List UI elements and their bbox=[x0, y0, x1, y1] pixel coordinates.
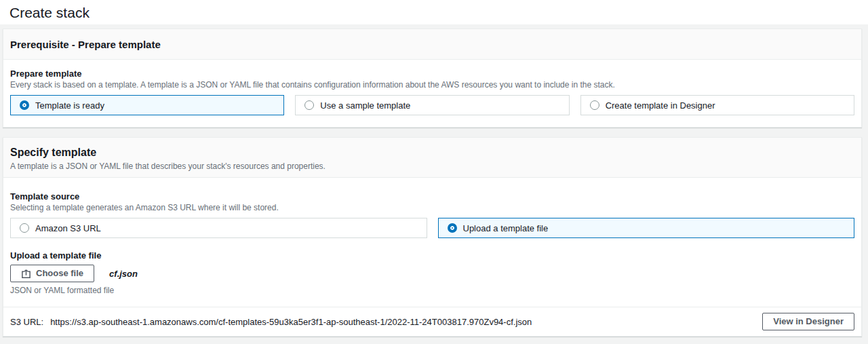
prerequisite-section-title: Prerequisite - Prepare template bbox=[10, 39, 854, 50]
option-amazon-s3-url[interactable]: Amazon S3 URL bbox=[10, 218, 427, 238]
radio-button-icon[interactable] bbox=[20, 223, 29, 233]
s3-url-row: S3 URL: https://s3.ap-southeast-1.amazon… bbox=[3, 307, 861, 336]
choose-file-label: Choose file bbox=[36, 268, 83, 279]
page-header: Create stack bbox=[0, 0, 868, 24]
radio-button-icon[interactable] bbox=[590, 100, 599, 110]
upload-template-file-label: Upload a template file bbox=[10, 250, 854, 261]
specify-template-title: Specify template bbox=[10, 147, 854, 159]
option-label: Use a sample template bbox=[320, 100, 410, 111]
upload-format-hint: JSON or YAML formatted file bbox=[10, 286, 854, 295]
specify-template-description: A template is a JSON or YAML file that d… bbox=[10, 161, 854, 171]
radio-button-icon[interactable] bbox=[448, 223, 457, 233]
template-source-options: Amazon S3 URL Upload a template file bbox=[10, 218, 854, 238]
specify-template-body: Template source Selecting a template gen… bbox=[3, 178, 861, 295]
option-label: Upload a template file bbox=[463, 223, 549, 233]
template-source-label: Template source bbox=[10, 191, 854, 202]
selected-file-name: cf.json bbox=[109, 269, 138, 279]
option-template-is-ready[interactable]: Template is ready bbox=[10, 95, 284, 115]
prepare-template-label: Prepare template bbox=[10, 69, 854, 79]
option-create-template-in-designer[interactable]: Create template in Designer bbox=[580, 95, 854, 115]
option-label: Create template in Designer bbox=[606, 100, 715, 111]
prerequisite-section: Prerequisite - Prepare template Prepare … bbox=[3, 28, 862, 128]
page-title: Create stack bbox=[9, 3, 859, 22]
upload-template-file-field: Upload a template file Choose file cf.js… bbox=[10, 250, 854, 295]
s3-url-value: https://s3.ap-southeast-1.amazonaws.com/… bbox=[50, 317, 532, 327]
prerequisite-section-header: Prerequisite - Prepare template bbox=[3, 29, 861, 60]
prepare-template-description: Every stack is based on a template. A te… bbox=[10, 80, 854, 90]
prepare-template-options: Template is ready Use a sample template … bbox=[10, 95, 854, 115]
option-use-sample-template[interactable]: Use a sample template bbox=[295, 95, 569, 115]
prerequisite-section-body: Prepare template Every stack is based on… bbox=[3, 60, 861, 127]
radio-button-icon[interactable] bbox=[304, 100, 314, 110]
option-label: Amazon S3 URL bbox=[35, 223, 101, 233]
view-in-designer-button[interactable]: View in Designer bbox=[762, 313, 854, 330]
radio-button-icon[interactable] bbox=[20, 100, 29, 110]
s3-url-label: S3 URL: bbox=[10, 317, 43, 327]
option-upload-template-file[interactable]: Upload a template file bbox=[438, 218, 855, 238]
option-label: Template is ready bbox=[35, 100, 104, 111]
choose-file-button[interactable]: Choose file bbox=[10, 265, 94, 282]
specify-template-header: Specify template A template is a JSON or… bbox=[3, 138, 861, 178]
template-source-description: Selecting a template generates an Amazon… bbox=[10, 203, 854, 212]
specify-template-section: Specify template A template is a JSON or… bbox=[3, 137, 862, 337]
upload-icon bbox=[21, 269, 31, 279]
